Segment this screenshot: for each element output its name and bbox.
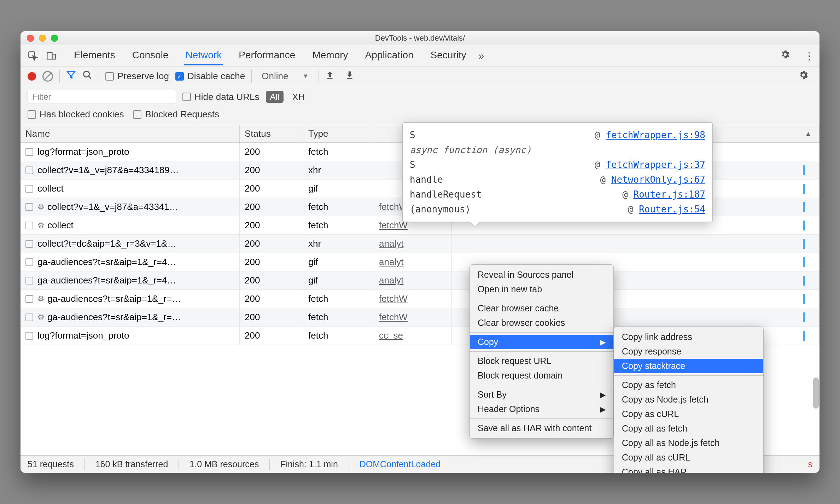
request-name: collect?t=dc&aip=1&_r=3&v=1&… — [37, 238, 176, 249]
record-button[interactable] — [28, 72, 36, 81]
initiator-link[interactable]: fetchW — [379, 293, 408, 304]
tab-console[interactable]: Console — [131, 46, 170, 65]
download-har-icon[interactable] — [345, 70, 354, 82]
sub-copy-stacktrace[interactable]: Copy stacktrace — [614, 359, 763, 373]
ctx-copy[interactable]: Copy▶ — [470, 335, 613, 349]
settings-icon[interactable] — [780, 49, 791, 62]
submenu-arrow-icon: ▶ — [600, 405, 606, 414]
disable-cache-checkbox[interactable]: ✓ Disable cache — [175, 71, 245, 82]
search-icon[interactable] — [82, 70, 92, 82]
disable-cache-label: Disable cache — [187, 71, 245, 82]
svg-point-3 — [84, 71, 89, 77]
stack-frame-link[interactable]: NetworkOnly.js:67 — [611, 174, 705, 185]
filter-icon[interactable] — [66, 70, 76, 82]
tab-performance[interactable]: Performance — [237, 46, 297, 65]
blocked-requests-checkbox[interactable]: Blocked Requests — [133, 109, 219, 120]
stack-at: @ — [600, 174, 611, 185]
stack-frame-link[interactable]: fetchWrapper.js:37 — [606, 159, 705, 170]
sub-copy-link[interactable]: Copy link address — [614, 330, 763, 344]
stack-frame-link[interactable]: fetchWrapper.js:98 — [606, 130, 705, 140]
device-toggle-icon[interactable] — [44, 48, 59, 63]
sub-copy-curl[interactable]: Copy as cURL — [614, 407, 763, 421]
tab-security[interactable]: Security — [429, 46, 468, 65]
table-row[interactable]: collect?t=dc&aip=1&_r=3&v=1&…200xhranaly… — [21, 235, 819, 253]
sort-indicator-icon: ▲ — [805, 130, 811, 137]
throttling-select[interactable]: Online ▼ — [258, 71, 312, 82]
ctx-block-url[interactable]: Block request URL — [470, 354, 613, 368]
ctx-block-domain[interactable]: Block request domain — [470, 368, 613, 383]
network-settings-icon[interactable] — [798, 70, 809, 83]
initiator-link[interactable]: analyt — [379, 275, 403, 286]
sub-copy-fetch[interactable]: Copy as fetch — [614, 378, 763, 392]
ctx-clear-cookies[interactable]: Clear browser cookies — [470, 316, 613, 330]
col-name[interactable]: Name — [21, 125, 240, 142]
status-requests: 51 requests — [28, 459, 74, 469]
sub-copy-all-fetch[interactable]: Copy all as fetch — [614, 421, 763, 436]
scrollbar-thumb[interactable] — [813, 377, 819, 409]
row-checkbox[interactable] — [25, 185, 33, 193]
filter-all-pill[interactable]: All — [266, 91, 284, 103]
stack-frame-fn: handleRequest — [410, 189, 482, 200]
row-checkbox[interactable] — [25, 313, 33, 321]
status-dcl: DOMContentLoaded — [360, 459, 441, 469]
preserve-log-checkbox[interactable]: Preserve log — [105, 71, 169, 82]
ctx-save-har[interactable]: Save all as HAR with content — [470, 421, 613, 435]
preserve-log-label: Preserve log — [117, 71, 169, 82]
sub-copy-all-curl[interactable]: Copy all as cURL — [614, 450, 763, 465]
filter-xhr-label[interactable]: XH — [292, 92, 305, 102]
col-status[interactable]: Status — [240, 125, 303, 142]
ctx-header[interactable]: Header Options▶ — [470, 402, 613, 416]
stack-frame-fn: handle — [410, 174, 443, 185]
titlebar: DevTools - web.dev/vitals/ — [21, 31, 819, 45]
type-cell: fetch — [303, 308, 374, 326]
tab-application[interactable]: Application — [364, 46, 415, 65]
sub-copy-all-node[interactable]: Copy all as Node.js fetch — [614, 436, 763, 450]
table-row[interactable]: ⚙ga-audiences?t=sr&aip=1&_r=…200fetchfet… — [21, 290, 819, 308]
row-checkbox[interactable] — [25, 148, 33, 156]
col-type[interactable]: Type — [303, 125, 374, 142]
hide-data-urls-checkbox[interactable]: Hide data URLs — [182, 92, 259, 102]
table-row[interactable]: ga-audiences?t=sr&aip=1&_r=4…200gifanaly… — [21, 271, 819, 290]
row-checkbox[interactable] — [25, 203, 33, 211]
row-checkbox[interactable] — [25, 295, 33, 303]
popover-tail — [470, 222, 480, 227]
ctx-open-tab[interactable]: Open in new tab — [470, 282, 613, 297]
has-blocked-cookies-checkbox[interactable]: Has blocked cookies — [28, 109, 124, 120]
tab-elements[interactable]: Elements — [72, 46, 117, 65]
initiator-link[interactable]: analyt — [379, 257, 403, 268]
ctx-clear-cache[interactable]: Clear browser cache — [470, 301, 613, 316]
type-cell: xhr — [303, 235, 374, 253]
row-checkbox[interactable] — [25, 277, 33, 285]
initiator-link[interactable]: cc_se — [379, 330, 403, 341]
more-tabs-button[interactable]: » — [478, 50, 484, 62]
sub-copy-response[interactable]: Copy response — [614, 344, 763, 359]
service-worker-icon: ⚙ — [37, 313, 45, 322]
tab-network[interactable]: Network — [184, 46, 223, 65]
row-checkbox[interactable] — [25, 258, 33, 266]
row-checkbox[interactable] — [25, 166, 33, 174]
row-checkbox[interactable] — [25, 222, 33, 229]
stack-frame-link[interactable]: Router.js:54 — [639, 204, 705, 215]
initiator-link[interactable]: fetchW — [379, 312, 408, 323]
clear-button[interactable] — [42, 71, 53, 82]
row-checkbox[interactable] — [25, 240, 33, 248]
filter-input[interactable] — [28, 90, 176, 104]
upload-har-icon[interactable] — [325, 70, 334, 82]
table-row[interactable]: ga-audiences?t=sr&aip=1&_r=4…200gifanaly… — [21, 253, 819, 271]
inspect-icon[interactable] — [25, 48, 40, 63]
stack-frame-fn: S — [410, 159, 415, 170]
tab-memory[interactable]: Memory — [311, 46, 349, 65]
initiator-link[interactable]: analyt — [379, 238, 403, 249]
request-name: collect — [37, 183, 64, 194]
status-cell: 200 — [240, 271, 303, 289]
sub-copy-node-fetch[interactable]: Copy as Node.js fetch — [614, 392, 763, 407]
status-cell: 200 — [240, 216, 303, 234]
more-menu-icon[interactable]: ⋮ — [804, 49, 815, 62]
row-checkbox[interactable] — [25, 332, 33, 340]
ctx-sort[interactable]: Sort By▶ — [470, 387, 613, 402]
stack-frame-link[interactable]: Router.js:187 — [634, 189, 706, 200]
sub-copy-all-har[interactable]: Copy all as HAR — [614, 465, 763, 473]
ctx-reveal[interactable]: Reveal in Sources panel — [470, 268, 613, 282]
divider — [64, 49, 64, 63]
table-row[interactable]: ⚙ga-audiences?t=sr&aip=1&_r=…200fetchfet… — [21, 308, 819, 327]
